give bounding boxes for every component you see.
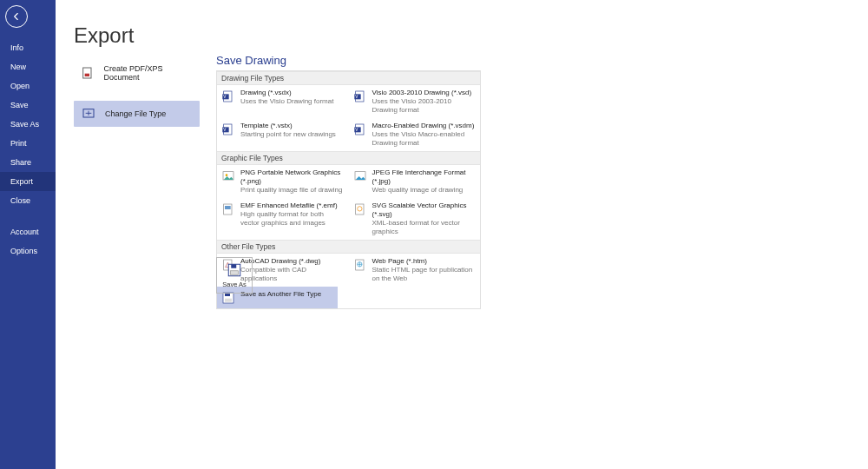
tile-name: Macro-Enabled Drawing (*.vsdm) (372, 122, 475, 129)
nav-list: Info New Open Save Save As Print Share E… (0, 38, 56, 261)
png-file-icon (221, 169, 235, 183)
export-option-label: Change File Type (105, 109, 166, 118)
nav-open[interactable]: Open (0, 76, 56, 96)
svg-file-icon (353, 202, 367, 216)
tile-name: EMF Enhanced Metafile (*.emf) (240, 201, 338, 209)
nav-print[interactable]: Print (0, 134, 56, 153)
tile-name: Visio 2003-2010 Drawing (*.vsd) (372, 89, 472, 96)
section-header-graphic: Graphic File Types (217, 151, 480, 165)
tile-desc: Uses the Visio Macro-enabled Drawing for… (372, 130, 465, 147)
visio-file-icon: V (221, 122, 235, 136)
nav-save[interactable]: Save (0, 96, 56, 115)
tile-desc: Uses the Visio 2003-2010 Drawing format (372, 97, 451, 114)
export-option-label: Create PDF/XPS Document (104, 64, 193, 82)
tile-htm[interactable]: Web Page (*.htm)Static HTML page for pub… (349, 254, 481, 287)
save-as-button[interactable]: Save As (216, 257, 253, 294)
section-header-other: Other File Types (217, 240, 480, 254)
tile-name: Web Page (*.htm) (372, 257, 427, 265)
tile-jpg[interactable]: JPEG File Interchange Format (*.jpg)Web … (349, 165, 481, 198)
nav-options[interactable]: Options (0, 241, 56, 261)
save-as-label: Save As (222, 281, 247, 288)
nav-export[interactable]: Export (0, 172, 56, 191)
tile-desc: Print quality image file of drawing (240, 186, 342, 194)
export-option-change-file-type[interactable]: Change File Type (74, 101, 200, 127)
svg-rect-1 (85, 74, 89, 76)
nav-new[interactable]: New (0, 57, 56, 76)
svg-rect-29 (231, 264, 236, 268)
tile-svg[interactable]: SVG Scalable Vector Graphics (*.svg)XML-… (349, 198, 481, 240)
tile-desc: Uses the Visio Drawing format (240, 97, 333, 105)
tile-desc: Static HTML page for publication on the … (372, 266, 473, 282)
tile-vsdm[interactable]: V Macro-Enabled Drawing (*.vsdm)Uses the… (349, 118, 481, 151)
nav-account[interactable]: Account (0, 222, 56, 241)
back-button[interactable] (5, 5, 28, 28)
tile-name: PNG Portable Network Graphics (*.png) (240, 168, 340, 185)
change-filetype-icon (81, 106, 96, 122)
panel-body: Drawing File Types V Drawing (*.vsdx)Use… (216, 70, 481, 309)
export-options: Create PDF/XPS Document Change File Type (74, 59, 200, 127)
svg-rect-20 (355, 204, 363, 215)
main-area: Export Create PDF/XPS Document Change Fi… (56, 0, 868, 469)
visio-file-icon: V (353, 122, 367, 136)
svg-rect-30 (231, 271, 239, 275)
backstage-sidebar: Info New Open Save Save As Print Share E… (0, 0, 56, 469)
tile-png[interactable]: PNG Portable Network Graphics (*.png)Pri… (217, 165, 349, 198)
tile-name: SVG Scalable Vector Graphics (*.svg) (372, 201, 467, 218)
tile-blank (338, 287, 480, 308)
visio-file-icon: V (353, 89, 367, 103)
pdf-icon (81, 65, 95, 81)
emf-file-icon (221, 202, 235, 216)
tile-vsdx[interactable]: V Drawing (*.vsdx)Uses the Visio Drawing… (217, 85, 349, 118)
svg-point-16 (226, 174, 228, 176)
tile-name: JPEG File Interchange Format (*.jpg) (372, 168, 466, 185)
svg-rect-0 (83, 68, 91, 78)
tile-desc: XML-based format for vector graphics (372, 219, 460, 235)
tile-emf[interactable]: EMF Enhanced Metafile (*.emf)High qualit… (217, 198, 349, 240)
save-drawing-panel: Save Drawing Drawing File Types V Drawin… (216, 54, 481, 309)
tile-name: Template (*.vstx) (240, 122, 293, 129)
nav-share[interactable]: Share (0, 153, 56, 172)
save-icon (227, 262, 242, 278)
tile-desc: Web quality image of drawing (372, 186, 464, 194)
tile-vsd[interactable]: V Visio 2003-2010 Drawing (*.vsd)Uses th… (349, 85, 481, 118)
tile-vstx[interactable]: V Template (*.vstx)Starting point for ne… (217, 118, 349, 151)
nav-save-as[interactable]: Save As (0, 115, 56, 134)
section-header-drawing: Drawing File Types (217, 71, 480, 85)
nav-close[interactable]: Close (0, 191, 56, 210)
tile-name: Drawing (*.vsdx) (240, 89, 292, 96)
back-arrow-icon (10, 10, 23, 23)
tile-desc: High quality format for both vector grap… (240, 210, 326, 227)
nav-info[interactable]: Info (0, 38, 56, 57)
htm-file-icon (353, 258, 367, 272)
jpg-file-icon (353, 169, 367, 183)
visio-file-icon: V (221, 89, 235, 103)
svg-rect-19 (225, 206, 231, 209)
svg-rect-27 (225, 299, 232, 302)
export-option-pdfxps[interactable]: Create PDF/XPS Document (74, 59, 200, 87)
page-title: Export (74, 23, 134, 48)
panel-title: Save Drawing (216, 54, 481, 70)
tile-desc: Starting point for new drawings (240, 130, 336, 138)
